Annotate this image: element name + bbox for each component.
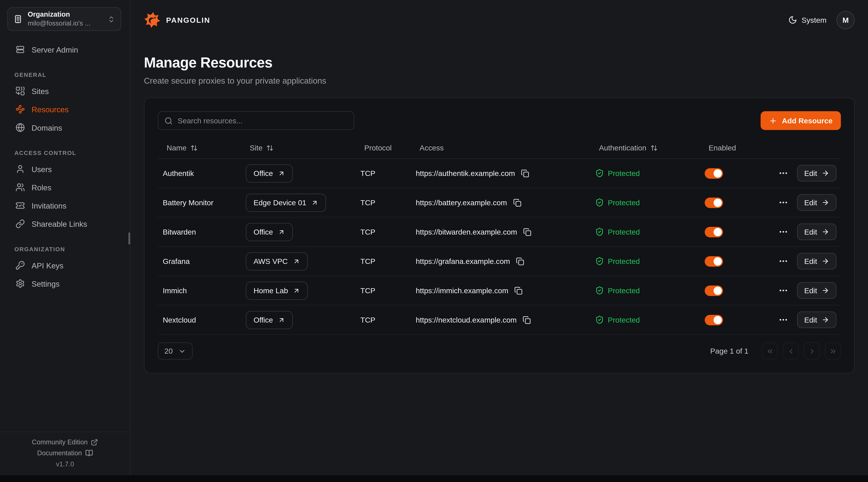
shield-check-icon [595, 257, 604, 266]
edit-button[interactable]: Edit [797, 312, 836, 328]
auth-status-label: Protected [608, 198, 640, 207]
row-menu-button[interactable] [778, 315, 788, 325]
sidebar-item-domains[interactable]: Domains [0, 118, 130, 136]
sidebar-item-label: Users [32, 165, 52, 173]
page-size-select[interactable]: 20 [158, 343, 193, 360]
section-heading-general: GENERAL [14, 71, 130, 78]
version-label: v1.7.0 [56, 460, 74, 468]
copy-icon[interactable] [516, 257, 524, 265]
enabled-toggle[interactable] [705, 315, 723, 325]
chevron-right-icon [808, 347, 816, 355]
prev-page-button[interactable] [783, 343, 799, 360]
org-switcher-label: Organization [28, 10, 102, 19]
arrow-right-icon [822, 257, 829, 265]
sidebar-item-server-admin[interactable]: Server Admin [0, 40, 130, 59]
edit-button[interactable]: Edit [797, 282, 836, 299]
resource-protocol: TCP [355, 316, 411, 324]
last-page-button[interactable] [825, 343, 841, 360]
sidebar-item-sites[interactable]: Sites [0, 82, 130, 100]
sidebar-item-label: Domains [32, 123, 62, 132]
avatar[interactable]: M [836, 11, 855, 29]
site-name: Edge Device 01 [253, 198, 306, 207]
resource-name: Battery Monitor [158, 198, 241, 207]
site-link-button[interactable]: Home Lab [246, 281, 308, 299]
enabled-toggle[interactable] [705, 197, 723, 208]
row-menu-button[interactable] [778, 197, 788, 207]
site-link-button[interactable]: Office [246, 223, 293, 241]
section-heading-organization: ORGANIZATION [14, 246, 130, 252]
edit-button[interactable]: Edit [797, 253, 836, 269]
sidebar-item-roles[interactable]: Roles [0, 178, 130, 196]
auth-status-label: Protected [608, 286, 640, 295]
column-header-site[interactable]: Site [241, 144, 355, 152]
arrow-right-icon [822, 316, 829, 324]
arrow-up-right-icon [278, 228, 285, 235]
users-icon [16, 183, 25, 192]
org-switcher-value: milo@fossorial.io's ... [28, 19, 102, 28]
sidebar-item-resources[interactable]: Resources [0, 100, 130, 118]
arrow-up-right-icon [278, 169, 285, 176]
community-edition-label: Community Edition [32, 438, 88, 446]
sidebar-item-settings[interactable]: Settings [0, 275, 130, 293]
enabled-toggle[interactable] [705, 285, 723, 296]
column-header-protocol: Protocol [355, 144, 411, 152]
copy-icon[interactable] [521, 169, 529, 177]
edit-button[interactable]: Edit [797, 223, 836, 240]
sidebar-resize-handle[interactable] [128, 232, 130, 245]
column-header-authentication[interactable]: Authentication [590, 144, 700, 152]
sidebar-item-users[interactable]: Users [0, 160, 130, 178]
site-link-button[interactable]: Office [246, 311, 293, 329]
org-switcher[interactable]: Organization milo@fossorial.io's ... [7, 7, 121, 31]
sidebar-item-api-keys[interactable]: API Keys [0, 256, 130, 274]
resource-protocol: TCP [355, 169, 411, 177]
site-link-button[interactable]: Office [246, 164, 293, 182]
sidebar-item-label: Invitations [32, 201, 66, 210]
first-page-button[interactable] [762, 343, 778, 360]
enabled-toggle[interactable] [705, 256, 723, 266]
arrow-right-icon [822, 287, 829, 294]
resource-name: Authentik [158, 169, 241, 177]
add-resource-button[interactable]: Add Resource [761, 111, 841, 130]
community-edition-link[interactable]: Community Edition [32, 438, 98, 446]
edit-button[interactable]: Edit [797, 194, 836, 211]
search-box [158, 111, 354, 130]
copy-icon[interactable] [515, 286, 523, 295]
chevrons-left-icon [766, 347, 774, 355]
row-menu-button[interactable] [778, 227, 788, 237]
sidebar-footer: Community Edition Documentation v1.7.0 [0, 431, 130, 475]
auth-status: Protected [590, 315, 700, 324]
top-right-controls: System M [788, 11, 855, 29]
row-menu-button[interactable] [778, 168, 788, 178]
edit-button[interactable]: Edit [797, 165, 836, 182]
org-switcher-texts: Organization milo@fossorial.io's ... [28, 10, 102, 28]
table-body: Authentik Office TCP https://authentik.e… [158, 159, 841, 335]
toggle-knob [713, 198, 722, 207]
next-page-button[interactable] [804, 343, 820, 360]
card-toolbar: Add Resource [158, 98, 841, 130]
search-input[interactable] [178, 117, 348, 125]
sidebar-item-label: Shareable Links [32, 219, 87, 228]
enabled-toggle[interactable] [705, 227, 723, 237]
row-menu-button[interactable] [778, 285, 788, 295]
documentation-link[interactable]: Documentation [37, 449, 93, 457]
arrow-right-icon [822, 199, 829, 206]
pager-buttons [762, 343, 841, 360]
site-name: Office [253, 169, 273, 177]
copy-icon[interactable] [523, 228, 532, 236]
auth-status: Protected [590, 227, 700, 236]
ticket-check-icon [16, 201, 25, 210]
page-header: Manage Resources Create secure proxies t… [144, 54, 855, 85]
column-header-access: Access [411, 144, 590, 152]
column-header-name[interactable]: Name [158, 144, 241, 152]
auth-status-label: Protected [608, 257, 640, 265]
site-link-button[interactable]: AWS VPC [246, 252, 308, 270]
row-menu-button[interactable] [778, 256, 788, 266]
sort-icon [650, 144, 657, 152]
site-link-button[interactable]: Edge Device 01 [246, 193, 326, 212]
theme-toggle[interactable]: System [788, 15, 827, 24]
copy-icon[interactable] [513, 198, 521, 207]
copy-icon[interactable] [523, 316, 531, 324]
sidebar-item-invitations[interactable]: Invitations [0, 196, 130, 215]
enabled-toggle[interactable] [705, 168, 723, 179]
sidebar-item-shareable-links[interactable]: Shareable Links [0, 215, 130, 233]
